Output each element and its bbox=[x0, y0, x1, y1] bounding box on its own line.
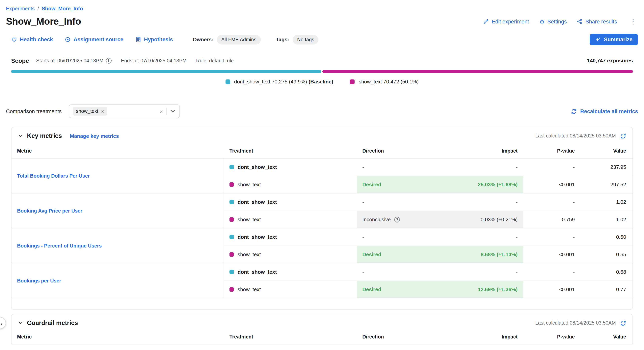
breadcrumb-experiments-link[interactable]: Experiments bbox=[6, 6, 35, 12]
health-check-link[interactable]: Health check bbox=[11, 37, 53, 43]
column-header-direction: Direction bbox=[357, 144, 458, 158]
owners-chip: All FME Admins bbox=[217, 35, 261, 44]
settings-label: Settings bbox=[547, 19, 567, 25]
remove-chip-icon[interactable]: × bbox=[101, 109, 104, 114]
key-metrics-card: Key metrics Manage key metrics Last calc… bbox=[11, 127, 633, 310]
value-cell: 0.77 bbox=[580, 281, 632, 298]
direction-cell: Inconclusive? bbox=[357, 211, 458, 228]
heart-icon bbox=[11, 37, 17, 43]
page-title: Show_More_Info bbox=[6, 16, 81, 27]
treatment-swatch-icon bbox=[230, 200, 234, 204]
select-divider bbox=[166, 108, 167, 115]
refresh-icon[interactable] bbox=[620, 133, 626, 139]
assignment-source-link[interactable]: Assignment source bbox=[65, 37, 124, 43]
collapse-chevron-icon[interactable] bbox=[18, 320, 24, 326]
hypothesis-link[interactable]: Hypothesis bbox=[135, 37, 173, 43]
value-cell: 0.50 bbox=[580, 228, 632, 246]
value-cell: 297.52 bbox=[580, 176, 632, 193]
share-results-label: Share results bbox=[586, 19, 617, 25]
split-left bbox=[11, 70, 322, 73]
subheader: Health check Assignment source Hypothesi… bbox=[11, 34, 638, 45]
target-icon bbox=[65, 37, 71, 43]
guardrail-metrics-card: Guardrail metrics Last calculated 08/14/… bbox=[11, 314, 633, 344]
info-icon[interactable]: i bbox=[106, 58, 111, 63]
breadcrumb-current-link[interactable]: Show_More_Info bbox=[42, 6, 83, 12]
chevron-left-icon: ‹ bbox=[0, 320, 2, 326]
column-header-treatment: Treatment bbox=[224, 144, 357, 158]
kebab-menu-icon[interactable]: ⋮ bbox=[628, 17, 638, 26]
manage-key-metrics-link[interactable]: Manage key metrics bbox=[70, 133, 119, 139]
metric-link[interactable]: Bookings per User bbox=[17, 278, 61, 284]
sparkle-icon bbox=[595, 37, 601, 42]
treatment-name: dont_show_text bbox=[238, 234, 277, 240]
treatment-cell: dont_show_text bbox=[224, 228, 357, 246]
scope-title: Scope bbox=[11, 57, 29, 64]
treatment-swatch-icon bbox=[230, 252, 234, 257]
comparison-treatments-label: Comparison treatments bbox=[6, 108, 62, 114]
document-icon bbox=[135, 37, 141, 43]
clear-select-icon[interactable]: × bbox=[158, 108, 164, 115]
treatment-swatch-icon bbox=[230, 165, 234, 169]
table-row: Total Booking Dollars Per User dont_show… bbox=[12, 158, 632, 176]
treatment-cell: show_text bbox=[224, 281, 357, 298]
metric-link[interactable]: Total Booking Dollars Per User bbox=[17, 173, 90, 179]
recalculate-all-metrics-button[interactable]: Recalculate all metrics bbox=[571, 108, 638, 114]
treatment-cell: dont_show_text bbox=[224, 193, 357, 211]
value-cell: 0.68 bbox=[580, 263, 632, 281]
key-metrics-table: Metric Treatment Direction Impact P-valu… bbox=[12, 144, 632, 298]
selected-treatment-label: show_text bbox=[76, 109, 98, 114]
legend-baseline-suffix: (Baseline) bbox=[308, 79, 333, 85]
help-icon[interactable]: ? bbox=[394, 217, 400, 222]
pvalue-cell: 0.759 bbox=[523, 211, 580, 228]
treatment-name: show_text bbox=[238, 182, 261, 188]
treatment-cell: show_text bbox=[224, 211, 357, 228]
edit-experiment-button[interactable]: Edit experiment bbox=[484, 19, 529, 25]
refresh-icon[interactable] bbox=[620, 320, 626, 326]
table-row: Booking Avg Price per User dont_show_tex… bbox=[12, 193, 632, 211]
metric-name-cell: Bookings per User bbox=[12, 263, 224, 298]
tags-label: Tags: bbox=[276, 37, 289, 43]
collapse-chevron-icon[interactable] bbox=[18, 133, 24, 139]
column-header-pvalue: P-value bbox=[523, 144, 580, 158]
owners-label: Owners: bbox=[193, 37, 214, 43]
split-legend: dont_show_text 70,275 (49.9%) (Baseline)… bbox=[11, 79, 633, 85]
treatment-split-bar bbox=[11, 70, 633, 73]
impact-cell: - bbox=[458, 263, 523, 281]
direction-cell: Desired bbox=[357, 281, 458, 298]
direction-badge: Desired bbox=[362, 251, 381, 257]
comparison-treatments-select[interactable]: show_text × × bbox=[69, 105, 180, 118]
share-results-button[interactable]: Share results bbox=[577, 19, 617, 25]
metric-link[interactable]: Booking Avg Price per User bbox=[17, 208, 82, 214]
value-cell: 1.02 bbox=[580, 193, 632, 211]
metric-link[interactable]: Bookings - Percent of Unique Users bbox=[17, 243, 102, 249]
metric-name-cell: Total Booking Dollars Per User bbox=[12, 158, 224, 193]
hypothesis-label: Hypothesis bbox=[144, 37, 173, 43]
breadcrumb-separator: / bbox=[38, 6, 39, 12]
table-header-row: Metric Treatment Direction Impact P-valu… bbox=[12, 330, 632, 344]
exposures-count: 140,747 exposures bbox=[587, 58, 633, 64]
scope-rule: Rule: default rule bbox=[196, 58, 234, 63]
settings-button[interactable]: ⚙ Settings bbox=[539, 19, 566, 25]
treatment-name: dont_show_text bbox=[238, 269, 277, 275]
baseline-swatch-icon bbox=[225, 79, 230, 84]
pvalue-cell: - bbox=[523, 228, 580, 246]
column-header-impact: Impact bbox=[458, 330, 523, 344]
comparison-treatments-row: Comparison treatments show_text × × Reca… bbox=[6, 105, 638, 118]
breadcrumb: Experiments / Show_More_Info bbox=[6, 6, 638, 12]
direction-badge: Inconclusive bbox=[362, 216, 391, 222]
column-header-treatment: Treatment bbox=[224, 330, 357, 344]
treatment-name: show_text bbox=[238, 216, 261, 222]
chevron-down-icon[interactable] bbox=[170, 108, 176, 114]
guardrail-metrics-title: Guardrail metrics bbox=[27, 319, 78, 326]
owners-group: Owners: All FME Admins bbox=[193, 35, 261, 44]
impact-cell: - bbox=[458, 193, 523, 211]
treatment-swatch-icon bbox=[230, 182, 234, 187]
treatment-cell: dont_show_text bbox=[224, 263, 357, 281]
legend-baseline-label: dont_show_text 70,275 (49.9%) bbox=[234, 79, 307, 85]
summarize-button[interactable]: Summarize bbox=[590, 34, 638, 45]
header-actions: Edit experiment ⚙ Settings Share results… bbox=[484, 17, 638, 26]
direction-cell: - bbox=[357, 193, 458, 211]
column-header-direction: Direction bbox=[357, 330, 458, 344]
last-calculated-text: Last calculated 08/14/2025 03:50AM bbox=[535, 133, 616, 139]
experiment-results-page: Experiments / Show_More_Info Show_More_I… bbox=[0, 0, 644, 350]
